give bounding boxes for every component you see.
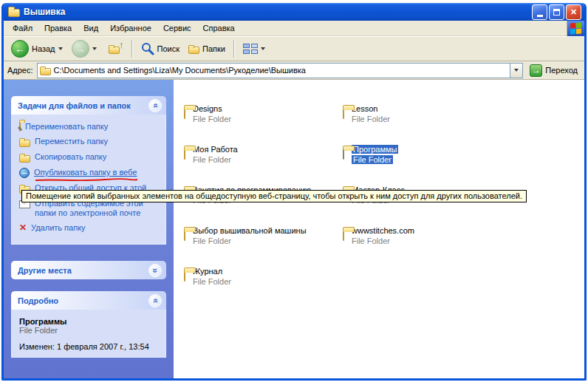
menu-file[interactable]: Файл bbox=[7, 21, 38, 36]
menu-edit[interactable]: Правка bbox=[38, 21, 78, 36]
file-type: File Folder bbox=[193, 155, 238, 164]
up-arrow-icon: ↑ bbox=[119, 39, 124, 50]
go-label: Переход bbox=[545, 66, 578, 75]
search-label: Поиск bbox=[157, 44, 180, 53]
search-icon bbox=[141, 42, 154, 55]
copy-folder-icon bbox=[19, 155, 30, 163]
address-bar: Адрес: C:\Documents and Settings\Liza\My… bbox=[4, 61, 584, 80]
publish-web-icon bbox=[19, 168, 30, 178]
file-item-zhurnal[interactable]: Журнал File Folder bbox=[184, 256, 343, 296]
maximize-button[interactable] bbox=[549, 4, 564, 20]
file-item-wwwstitches[interactable]: wwwstitches.com File Folder bbox=[343, 215, 550, 256]
window-folder-icon bbox=[8, 9, 20, 17]
move-folder-icon bbox=[19, 140, 30, 147]
back-label: Назад bbox=[32, 44, 55, 53]
address-folder-icon bbox=[40, 68, 51, 75]
go-icon: → bbox=[530, 64, 542, 77]
details-name: Программы bbox=[19, 317, 161, 326]
folder-icon bbox=[184, 149, 185, 160]
tasks-panel-header[interactable]: Задачи для файлов и папок » bbox=[11, 96, 166, 115]
file-name: Программы bbox=[352, 145, 398, 154]
file-name: Журнал bbox=[193, 267, 231, 276]
red-underline-annotation bbox=[34, 177, 139, 183]
task-copy-folder[interactable]: Скопировать папку bbox=[19, 152, 161, 163]
address-input[interactable]: C:\Documents and Settings\Liza\My Docume… bbox=[37, 63, 524, 78]
task-delete-folder[interactable]: ✕ Удалить папку bbox=[19, 223, 161, 233]
details-panel-header[interactable]: Подробно » bbox=[11, 291, 166, 310]
task-rename-folder[interactable]: ✎ Переименовать папку bbox=[19, 122, 161, 132]
window-controls: ✕ bbox=[532, 4, 581, 20]
titlebar[interactable]: Вышивка ✕ bbox=[4, 3, 584, 21]
up-button[interactable]: ↑ bbox=[103, 39, 126, 58]
menu-view[interactable]: Вид bbox=[78, 21, 104, 36]
toolbar: ← Назад → ↑ Поиск Папки bbox=[4, 36, 584, 61]
file-type: File Folder bbox=[352, 155, 393, 164]
menu-help[interactable]: Справка bbox=[197, 21, 241, 36]
folders-label: Папки bbox=[202, 44, 225, 53]
task-label: Переименовать папку bbox=[25, 122, 108, 132]
forward-button[interactable]: → bbox=[69, 38, 100, 59]
file-type: File Folder bbox=[352, 115, 390, 123]
close-button[interactable]: ✕ bbox=[566, 4, 581, 20]
delete-icon: ✕ bbox=[19, 223, 27, 233]
other-places-panel: Другие места » bbox=[11, 261, 166, 279]
toolbar-separator bbox=[233, 40, 235, 58]
file-name: wwwstitches.com bbox=[352, 226, 414, 235]
sidebar: Задачи для файлов и папок » ✎ Переименов… bbox=[4, 80, 174, 378]
task-move-folder[interactable]: Переместить папку bbox=[19, 137, 161, 147]
file-name: Designs bbox=[193, 104, 231, 113]
go-button[interactable]: → Переход bbox=[527, 64, 581, 77]
views-icon bbox=[243, 43, 258, 55]
folders-button[interactable]: Папки bbox=[185, 42, 228, 55]
content: Задачи для файлов и папок » ✎ Переименов… bbox=[4, 80, 584, 378]
minimize-button[interactable] bbox=[532, 4, 547, 20]
task-label: Опубликовать папку в вебе bbox=[34, 168, 137, 177]
folder-icon bbox=[343, 109, 344, 119]
details-type: File Folder bbox=[19, 326, 161, 335]
tasks-panel-body: ✎ Переименовать папку Переместить папку … bbox=[11, 115, 166, 245]
other-places-title: Другие места bbox=[18, 266, 72, 275]
views-dropdown-icon[interactable] bbox=[261, 47, 265, 50]
tooltip: Помещение копий выбранных элементов на о… bbox=[21, 190, 527, 202]
back-icon: ← bbox=[11, 40, 29, 58]
pencil-icon: ✎ bbox=[17, 126, 23, 133]
file-type: File Folder bbox=[352, 236, 414, 245]
file-name: Моя Работа bbox=[193, 145, 238, 154]
forward-icon: → bbox=[72, 40, 89, 58]
back-dropdown-icon[interactable] bbox=[58, 47, 63, 50]
tasks-panel-title: Задачи для файлов и папок bbox=[18, 101, 131, 110]
collapse-chevron-icon[interactable]: » bbox=[148, 99, 162, 112]
search-button[interactable]: Поиск bbox=[138, 41, 182, 57]
file-item-lesson[interactable]: Lesson File Folder bbox=[343, 93, 550, 134]
folder-icon bbox=[343, 231, 344, 241]
menubar: Файл Правка Вид Избранное Сервис Справка bbox=[4, 21, 584, 36]
toolbar-separator bbox=[131, 40, 133, 58]
views-button[interactable] bbox=[240, 41, 268, 56]
file-type: File Folder bbox=[193, 277, 231, 286]
file-item-designs[interactable]: Designs File Folder bbox=[184, 93, 343, 134]
menu-favorites[interactable]: Избранное bbox=[104, 21, 157, 36]
menu-tools[interactable]: Сервис bbox=[157, 21, 197, 36]
forward-dropdown-icon[interactable] bbox=[92, 47, 97, 50]
address-dropdown-button[interactable] bbox=[510, 64, 522, 78]
task-publish-folder[interactable]: Опубликовать папку в вебе bbox=[19, 168, 161, 178]
file-list-area[interactable]: Designs File Folder Lesson File Folder М… bbox=[174, 80, 584, 378]
details-panel-body: Программы File Folder Изменен: 1 февраля… bbox=[11, 310, 166, 358]
file-type: File Folder bbox=[193, 115, 231, 123]
folder-icon bbox=[184, 231, 185, 241]
folders-icon bbox=[188, 47, 199, 54]
address-path: C:\Documents and Settings\Liza\My Docume… bbox=[54, 66, 507, 75]
up-folder-icon bbox=[109, 47, 120, 54]
expand-chevron-icon[interactable]: » bbox=[148, 264, 162, 277]
folder-icon-selected bbox=[343, 149, 344, 160]
file-name: Выбор вышивальной машины bbox=[193, 226, 307, 235]
details-modified: Изменен: 1 февраля 2007 г., 13:54 bbox=[19, 342, 161, 351]
file-item-moya-rabota[interactable]: Моя Работа File Folder bbox=[184, 134, 343, 174]
file-item-programmy-selected[interactable]: Программы File Folder bbox=[343, 134, 550, 174]
details-panel-title: Подробно bbox=[18, 296, 58, 305]
address-label: Адрес: bbox=[7, 66, 33, 75]
file-item-vybor-mashiny[interactable]: Выбор вышивальной машины File Folder bbox=[184, 215, 343, 256]
collapse-chevron-icon[interactable]: » bbox=[148, 294, 162, 307]
other-places-header[interactable]: Другие места » bbox=[11, 261, 166, 279]
back-button[interactable]: ← Назад bbox=[8, 38, 66, 59]
